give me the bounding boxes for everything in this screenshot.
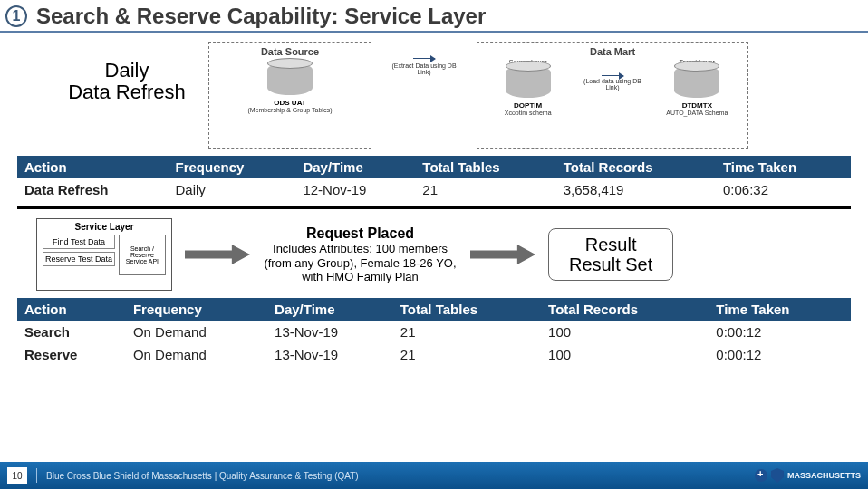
upper-block: Daily Data Refresh Data Source ODS UAT (… [0,42,868,149]
bcbs-cross-icon [755,469,767,482]
arrow-icon [470,244,535,264]
cell-action: Reserve [17,343,126,366]
request-result-row: Service Layer Find Test Data Reserve Tes… [0,218,868,291]
database-icon [267,62,313,95]
request-placed-box: Request Placed Includes Attributes: 100 … [263,225,458,284]
dtdmtx-sub: AUTO_DATA Schema [656,110,738,116]
arrow-icon [602,75,623,76]
arrow1-note: (Extract Data using DB Link) [388,62,460,75]
th-time: Time Taken [709,298,851,321]
service-layer-box: Service Layer Find Test Data Reserve Tes… [36,218,172,291]
page-number: 10 [7,467,27,484]
data-mart-title: Data Mart [481,46,744,57]
th-tables: Total Tables [393,298,541,321]
footer-brand: MASSACHUSETTS [755,468,861,483]
th-tables: Total Tables [415,156,555,178]
footer-bar: 10 Blue Cross Blue Shield of Massachuset… [0,462,868,489]
th-action: Action [17,298,126,321]
footer-text: Blue Cross Blue Shield of Massachusetts … [46,471,359,481]
dm-right: Target Layer DTDMTX AUTO_DATA Schema [656,59,738,116]
daily-refresh-label: Daily Data Refresh [27,42,208,149]
brand-text: MASSACHUSETTS [787,471,861,480]
cell-action: Search [17,321,126,343]
cell-freq: On Demand [126,321,267,343]
cell-time: 0:00:12 [709,343,851,366]
cell-records: 100 [541,321,709,343]
cell-tables: 21 [393,321,541,343]
svc-title: Service Layer [40,222,169,232]
refresh-table: Action Frequency Day/Time Total Tables T… [17,156,851,201]
cell-tables: 21 [415,178,555,201]
ods-sub: (Membership & Group Tables) [247,107,332,113]
cell-action: Data Refresh [17,178,168,201]
table-row: Search On Demand 13-Nov-19 21 100 0:00:1… [17,321,851,343]
th-day: Day/Time [295,156,415,178]
svc-left-stack: Find Test Data Reserve Test Data [43,235,115,275]
th-time: Time Taken [716,156,851,178]
table-row: Reserve On Demand 13-Nov-19 21 100 0:00:… [17,343,851,366]
cell-time: 0:00:12 [709,321,851,343]
data-flow-diagram: Data Source ODS UAT (Membership & Group … [208,42,841,149]
dm-left: Source Layer DOPTIM Xcoptim schema [487,59,569,116]
section-divider [17,206,851,209]
data-mart-box: Data Mart Source Layer DOPTIM Xcoptim sc… [477,42,748,149]
th-action: Action [17,156,168,178]
cell-time: 0:06:32 [716,178,851,201]
svc-api: Search / Reserve Service API [119,235,166,275]
th-day: Day/Time [267,298,393,321]
footer-divider [36,468,37,483]
database-icon [674,65,719,98]
cell-tables: 21 [393,343,541,366]
arrow-icon [185,244,250,264]
doptim-label: DOPTIM [487,101,569,110]
flow-arrow-1: (Extract Data using DB Link) [388,42,460,149]
request-body: Includes Attributes: 100 members (from a… [263,242,458,284]
data-source-title: Data Source [213,46,367,57]
flow-arrow-2: (Load data using DB Link) [581,59,644,91]
arrow2-note: (Load data using DB Link) [581,78,644,91]
cell-day: 13-Nov-19 [267,321,393,343]
result-line1: Result [569,235,652,254]
result-line2: Result Set [569,254,652,274]
database-icon [506,65,551,98]
data-source-box: Data Source ODS UAT (Membership & Group … [208,42,371,149]
table-row: Data Refresh Daily 12-Nov-19 21 3,658,41… [17,178,851,201]
cell-records: 3,658,419 [556,178,716,201]
page-title: Search & Reserve Capability: Service Lay… [36,4,486,29]
daily-line1: Daily [63,60,190,82]
th-freq: Frequency [126,298,267,321]
title-bar: 1 Search & Reserve Capability: Service L… [0,0,868,33]
cell-freq: Daily [168,178,295,201]
ods-label: ODS UAT [274,99,305,107]
dtdmtx-label: DTDMTX [656,101,738,110]
request-title: Request Placed [263,225,458,242]
cell-freq: On Demand [126,343,267,366]
cell-day: 12-Nov-19 [295,178,415,201]
doptim-sub: Xcoptim schema [487,110,569,116]
th-records: Total Records [556,156,716,178]
th-freq: Frequency [168,156,295,178]
arrow-icon [413,58,435,59]
step-number-badge: 1 [5,5,27,27]
svc-reserve: Reserve Test Data [43,252,115,266]
request-table: Action Frequency Day/Time Total Tables T… [17,298,851,366]
th-records: Total Records [541,298,709,321]
cell-records: 100 [541,343,709,366]
svc-find: Find Test Data [43,235,115,249]
cell-day: 13-Nov-19 [267,343,393,366]
daily-line2: Data Refresh [63,82,190,103]
result-box: Result Result Set [548,228,673,281]
bcbs-shield-icon [771,468,784,483]
